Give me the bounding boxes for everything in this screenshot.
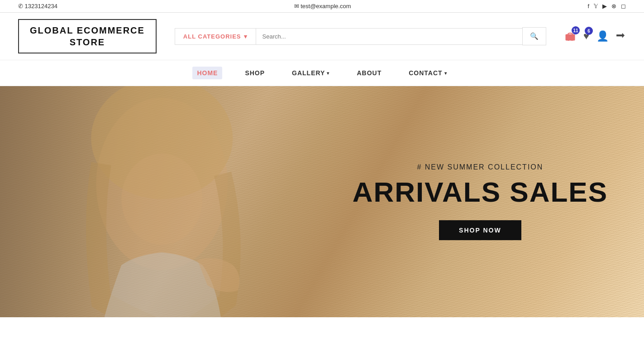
site-header: GLOBAL ECOMMERCE STORE ALL CATEGORIES ▾ … [0, 13, 644, 60]
cart-icon-wrapper[interactable]: 11 [564, 30, 576, 43]
svg-rect-0 [566, 34, 575, 40]
logo[interactable]: GLOBAL ECOMMERCE STORE [18, 19, 157, 53]
youtube-icon[interactable]: ▶ [602, 3, 607, 10]
header-icons: 11 6 ♥ 👤 ⮕ [564, 30, 626, 43]
instagram-icon[interactable]: ◻ [621, 3, 626, 10]
hero-content: # NEW SUMMER COLLECTION ARRIVALS SALES S… [353, 163, 608, 240]
search-icon: 🔍 [530, 32, 539, 40]
search-area: ALL CATEGORIES ▾ 🔍 [175, 27, 546, 45]
top-bar-social: f 𝕐 ▶ ⊗ ◻ [587, 3, 626, 10]
email-address: ✉ test@example.com [294, 3, 351, 10]
categories-chevron-icon: ▾ [244, 33, 248, 40]
nav-item-gallery[interactable]: GALLERY ▾ [287, 67, 334, 79]
top-bar: ✆ 1323124234 ✉ test@example.com f 𝕐 ▶ ⊗ … [0, 0, 644, 13]
hero-section: # NEW SUMMER COLLECTION ARRIVALS SALES S… [0, 86, 644, 317]
extra-social-icon[interactable]: ⊗ [611, 3, 616, 10]
cart-badge: 11 [572, 26, 580, 34]
search-button[interactable]: 🔍 [522, 27, 546, 45]
nav-item-home[interactable]: HOME [192, 67, 222, 79]
gallery-chevron-icon: ▾ [327, 71, 329, 76]
hero-title: ARRIVALS SALES [353, 177, 608, 208]
hero-subtitle: # NEW SUMMER COLLECTION [353, 163, 608, 171]
hero-person-svg [0, 86, 354, 317]
user-icon[interactable]: 👤 [596, 30, 609, 42]
nav-item-contact[interactable]: CONTACT ▾ [404, 67, 451, 79]
top-bar-center: ✉ test@example.com [294, 3, 351, 10]
wishlist-icon-wrapper[interactable]: 6 ♥ [583, 30, 589, 42]
shop-now-button[interactable]: SHOP NOW [439, 220, 521, 240]
wishlist-badge: 6 [585, 27, 593, 35]
twitter-icon[interactable]: 𝕐 [594, 3, 598, 10]
top-bar-left: ✆ 1323124234 [18, 3, 57, 10]
main-navbar: HOME SHOP GALLERY ▾ ABOUT CONTACT ▾ [0, 60, 644, 86]
logo-text: GLOBAL ECOMMERCE STORE [30, 24, 145, 48]
svg-point-5 [121, 154, 202, 245]
nav-item-shop[interactable]: SHOP [240, 67, 269, 79]
nav-item-about[interactable]: ABOUT [352, 67, 386, 79]
search-input[interactable] [256, 28, 522, 45]
categories-dropdown-button[interactable]: ALL CATEGORIES ▾ [175, 28, 256, 45]
logout-icon[interactable]: ⮕ [616, 30, 626, 42]
facebook-icon[interactable]: f [587, 3, 589, 10]
contact-chevron-icon: ▾ [444, 71, 447, 76]
phone-number: ✆ 1323124234 [18, 3, 57, 10]
